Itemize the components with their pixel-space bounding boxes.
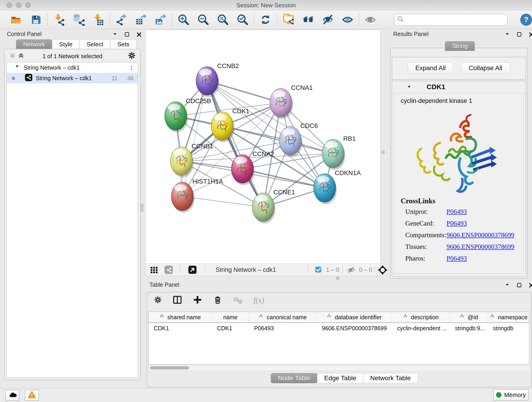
results-panel-maximize-icon[interactable] <box>516 32 522 38</box>
node-CCNA2[interactable] <box>231 155 254 185</box>
table-hscrollbar-thumb[interactable] <box>150 366 189 370</box>
tab-style[interactable]: Style <box>52 39 80 49</box>
crosslink-link[interactable]: P06493 <box>447 220 467 227</box>
right-divider-handle[interactable] <box>381 150 385 154</box>
tab-network-table[interactable]: Network Table <box>363 373 418 383</box>
table-cell[interactable]: CDK1 <box>212 323 249 333</box>
control-panel-maximize-icon[interactable] <box>124 32 130 38</box>
results-panel-close-icon[interactable] <box>528 32 532 38</box>
apply-preferred-layout-icon[interactable] <box>256 13 275 27</box>
results-tab-string[interactable]: String <box>445 41 475 51</box>
edge-CCNA2-CDKN1A[interactable] <box>242 169 325 188</box>
collapse-all-button[interactable]: Collapse All <box>461 62 510 74</box>
detach-view-icon[interactable] <box>188 265 197 275</box>
zoom-fit-icon[interactable] <box>213 13 233 27</box>
node-CCNB2[interactable] <box>196 67 219 97</box>
column-header-canonical-name[interactable]: canonical name <box>249 312 317 322</box>
cdk1-gene-name: CDK1 <box>427 83 445 91</box>
split-columns-icon[interactable] <box>173 295 182 305</box>
control-panel-float-caret-icon[interactable] <box>112 32 118 38</box>
crosslink-link[interactable]: P06493 <box>447 255 467 262</box>
tab-network[interactable]: Network <box>16 39 52 49</box>
add-column-icon[interactable] <box>193 295 202 305</box>
tab-sets[interactable]: Sets <box>110 39 136 49</box>
table-row[interactable]: CDK1CDK1P064939606.ENSP00000378699cyclin… <box>149 323 529 333</box>
node-CCNB1[interactable] <box>171 147 194 177</box>
table-cell[interactable]: 9606.ENSP00000378699 <box>317 323 392 333</box>
network-row[interactable]: String Network – cdk1 11 48 <box>7 73 138 83</box>
table-cell[interactable]: cyclin-dependent ... <box>392 323 450 333</box>
column-header-shared-name[interactable]: shared name <box>149 312 212 322</box>
zoom-in-icon[interactable] <box>174 13 193 27</box>
save-session-icon[interactable] <box>26 13 46 27</box>
table-cell[interactable]: P06493 <box>249 323 317 333</box>
tab-select[interactable]: Select <box>80 39 110 49</box>
network-canvas[interactable]: CCNB2CCNA1CDC25BCDK1CDC6RB1CCNB1CCNA2CDK… <box>145 30 380 264</box>
column-type-icon <box>490 314 496 321</box>
delete-column-icon[interactable] <box>213 295 222 305</box>
tab-edge-table[interactable]: Edge Table <box>317 373 363 383</box>
show-all-icon[interactable] <box>338 13 357 27</box>
hidden-eye-slash-icon[interactable] <box>346 266 355 275</box>
node-HIST1H1A[interactable] <box>171 182 195 213</box>
help-button[interactable]: ? <box>520 14 532 26</box>
table-hscrollbar[interactable] <box>148 365 529 371</box>
table-panel-maximize-icon[interactable] <box>516 282 522 289</box>
zoom-selected-icon[interactable] <box>233 13 253 27</box>
table-panel-float-caret-icon[interactable] <box>505 282 510 289</box>
left-divider-handle[interactable] <box>140 204 143 212</box>
tab-node-table[interactable]: Node Table <box>271 373 317 383</box>
birdseye-network-icon[interactable] <box>164 265 173 275</box>
open-session-icon[interactable] <box>6 13 26 27</box>
network-collection-row[interactable]: String Network – cdk1 1 <box>7 62 138 73</box>
crosslink-link[interactable]: 9606.ENSP00000378699 <box>447 231 514 239</box>
crosslink-link[interactable]: P06493 <box>447 208 467 216</box>
node-CDK1[interactable] <box>211 112 234 142</box>
collection-expander-icon[interactable] <box>14 64 20 71</box>
cdk1-expander-icon[interactable] <box>406 84 412 91</box>
import-network-from-database-icon[interactable] <box>69 13 89 27</box>
cloud-status-button[interactable] <box>5 390 19 401</box>
bottom-divider-handle[interactable] <box>336 276 340 280</box>
table-cell[interactable]: stringdb <box>488 323 529 333</box>
table-cell[interactable]: CDK1 <box>149 323 212 333</box>
network-options-gear-icon[interactable] <box>128 51 136 60</box>
export-table-icon[interactable] <box>131 13 151 27</box>
results-panel-float-caret-icon[interactable] <box>505 32 510 38</box>
memory-button[interactable]: Memory <box>493 389 529 401</box>
export-network-icon[interactable] <box>111 13 131 27</box>
import-table-from-file-icon[interactable] <box>89 13 108 27</box>
column-header-description[interactable]: description <box>392 312 450 322</box>
expand-all-button[interactable]: Expand All <box>408 62 453 74</box>
search-input[interactable] <box>407 15 507 25</box>
network-tree: String Network – cdk1 1 String Network –… <box>6 62 138 377</box>
warning-status-button[interactable] <box>25 390 39 401</box>
edge-CCNB2-CCNE1[interactable] <box>207 81 263 207</box>
node-CCNE1[interactable] <box>252 193 275 223</box>
column-header-database-identifier[interactable]: database identifier <box>317 312 392 322</box>
zoom-out-icon[interactable] <box>193 13 213 27</box>
table-panel-close-icon[interactable] <box>528 282 532 289</box>
houses-icon[interactable] <box>298 13 318 27</box>
node-CDKN1A[interactable] <box>314 174 337 204</box>
node-CDC6[interactable] <box>279 127 302 157</box>
control-panel-close-icon[interactable] <box>136 32 142 38</box>
node-RB1[interactable] <box>322 139 345 170</box>
search-box[interactable] <box>394 14 507 26</box>
new-network-from-selection-icon[interactable] <box>279 13 298 27</box>
column-header--id[interactable]: @id <box>450 312 488 322</box>
node-CCNA1[interactable] <box>270 89 293 119</box>
table-cell[interactable]: stringdb:9... <box>450 323 488 333</box>
grid-view-icon[interactable] <box>150 266 158 275</box>
hide-selected-icon[interactable] <box>318 13 338 27</box>
fit-selected-crosshair-icon[interactable] <box>378 265 387 276</box>
table-gear-icon[interactable] <box>154 296 162 305</box>
import-network-from-file-icon[interactable] <box>49 13 69 27</box>
column-header-namespace[interactable]: namespace <box>488 312 529 322</box>
selected-checkbox[interactable] <box>315 266 322 274</box>
edge-CDK1-RB1[interactable] <box>222 126 333 153</box>
export-image-icon[interactable] <box>151 13 171 27</box>
crosslink-link[interactable]: 9606.ENSP00000378699 <box>447 243 514 250</box>
crosslink-row: Tissues: 9606.ENSP00000378699 <box>405 243 520 250</box>
column-header-name[interactable]: name <box>212 312 249 322</box>
